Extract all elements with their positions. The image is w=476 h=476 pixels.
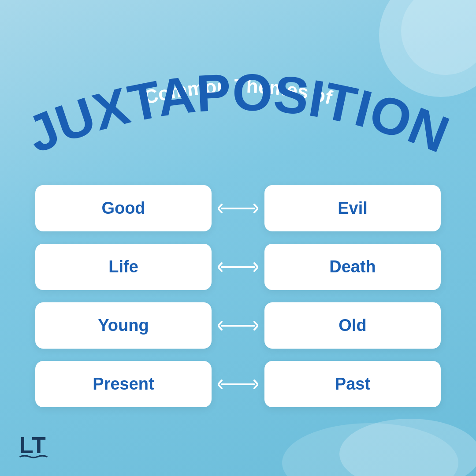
pair-box-past: Past xyxy=(264,361,441,407)
arrow-icon-3 xyxy=(218,319,258,332)
arrow-connector-4 xyxy=(212,378,264,391)
pairs-content: Good Evil Life Death xyxy=(0,172,476,425)
pair-label-death: Death xyxy=(329,257,376,276)
arrow-icon-1 xyxy=(218,202,258,215)
pair-box-good: Good xyxy=(35,185,212,231)
pair-row-4: Present Past xyxy=(35,361,441,407)
header: Common Themes of JUXTAPOSITION xyxy=(0,0,476,172)
pair-row-1: Good Evil xyxy=(35,185,441,231)
pair-box-evil: Evil xyxy=(264,185,441,231)
pair-label-good: Good xyxy=(101,199,145,218)
pair-box-present: Present xyxy=(35,361,212,407)
logo-svg: LT xyxy=(19,432,51,458)
svg-text:JUXTAPOSITION: JUXTAPOSITION xyxy=(19,63,457,164)
svg-text:LT: LT xyxy=(19,432,46,458)
arrow-icon-2 xyxy=(218,260,258,274)
pair-row-3: Young Old xyxy=(35,302,441,349)
pair-row-2: Life Death xyxy=(35,244,441,290)
arrow-connector-3 xyxy=(212,319,264,332)
pair-label-past: Past xyxy=(335,375,370,394)
pair-box-young: Young xyxy=(35,302,212,349)
pair-label-evil: Evil xyxy=(338,199,368,218)
pair-label-life: Life xyxy=(108,257,138,276)
pair-label-old: Old xyxy=(338,316,366,335)
arrow-connector-1 xyxy=(212,202,264,215)
logo: LT xyxy=(19,432,51,460)
title-svg: Common Themes of JUXTAPOSITION xyxy=(22,31,454,163)
pair-box-life: Life xyxy=(35,244,212,290)
main-title-text: JUXTAPOSITION xyxy=(19,63,457,164)
arrow-icon-4 xyxy=(218,378,258,391)
pair-label-young: Young xyxy=(98,316,149,335)
pair-box-death: Death xyxy=(264,244,441,290)
pair-box-old: Old xyxy=(264,302,441,349)
arrow-connector-2 xyxy=(212,260,264,274)
pair-label-present: Present xyxy=(93,375,154,394)
